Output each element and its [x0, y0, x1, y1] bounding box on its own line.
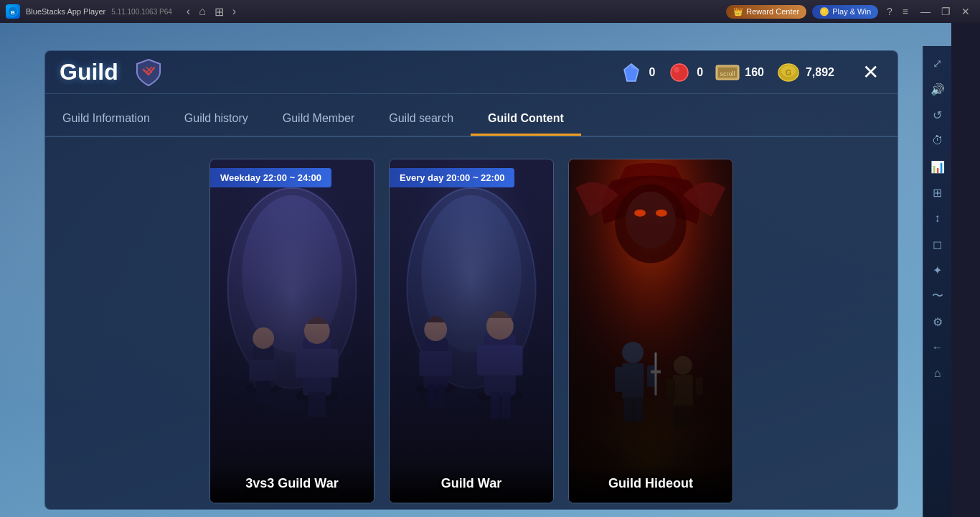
currency-token: scroll 160: [715, 60, 764, 85]
token-icon: scroll: [715, 60, 740, 85]
sidebar-window-icon[interactable]: ◻: [926, 233, 949, 256]
guild-panel-header: Guild ✕: [45, 51, 897, 94]
sidebar-fullscreen-icon[interactable]: ⤢: [926, 52, 949, 75]
home-button[interactable]: ⌂: [196, 5, 209, 19]
window-icons: ? ≡: [884, 4, 911, 19]
tab-guild-information[interactable]: Guild Information: [45, 103, 167, 136]
svg-rect-29: [210, 159, 374, 503]
play-win-label: Play & Win: [832, 7, 871, 16]
tab-guild-search[interactable]: Guild search: [372, 103, 471, 136]
svg-rect-68: [569, 159, 732, 503]
window-controls: — ❐ ✕: [917, 3, 974, 20]
currency-ruby: 0: [666, 60, 703, 85]
card-guildwar-label: Guild War: [390, 465, 553, 503]
back-button[interactable]: ‹: [184, 5, 193, 19]
svg-rect-46: [390, 159, 553, 503]
tab-guild-history[interactable]: Guild history: [167, 103, 265, 136]
minimize-button[interactable]: —: [917, 3, 934, 20]
menu-icon[interactable]: ≡: [900, 4, 911, 19]
svg-text:scroll: scroll: [720, 70, 735, 78]
card-guild-hideout[interactable]: Guild Hideout: [568, 159, 733, 503]
svg-text:G: G: [786, 68, 792, 77]
sidebar-back-icon[interactable]: ←: [926, 336, 949, 359]
guild-content-area: Weekday 22:00 ~ 24:00 3vs3 Guild War: [45, 137, 897, 509]
sidebar-grid-icon[interactable]: ⊞: [926, 181, 949, 204]
svg-point-6: [674, 67, 679, 73]
sidebar-resize-icon[interactable]: ↕: [926, 207, 949, 230]
sidebar-shake-icon[interactable]: 〜: [926, 284, 949, 307]
restore-button[interactable]: ❐: [937, 3, 954, 20]
sidebar-settings-icon[interactable]: ⚙: [926, 310, 949, 333]
reward-center-button[interactable]: 👑 Reward Center: [726, 5, 806, 19]
sidebar-stats-icon[interactable]: 📊: [926, 155, 949, 178]
token-value: 160: [745, 66, 764, 79]
coin-icon: 🪙: [819, 7, 829, 17]
sidebar-timer-icon[interactable]: ⏱: [926, 129, 949, 152]
gold-value: 7,892: [806, 66, 834, 79]
svg-text:B: B: [11, 9, 15, 16]
tab-guild-content[interactable]: Guild Content: [471, 103, 581, 136]
card-3vs3-guild-war[interactable]: Weekday 22:00 ~ 24:00 3vs3 Guild War: [209, 159, 374, 503]
close-window-button[interactable]: ✕: [957, 3, 974, 20]
reward-center-label: Reward Center: [746, 7, 799, 16]
card-3vs3-time-badge: Weekday 22:00 ~ 24:00: [210, 168, 331, 187]
card-hideout-label: Guild Hideout: [569, 465, 732, 503]
play-and-win-button[interactable]: 🪙 Play & Win: [812, 5, 878, 19]
card-hideout-image: [569, 159, 732, 503]
app-name: BlueStacks App Player: [26, 7, 105, 16]
guild-shield-icon: ✕: [133, 57, 164, 88]
card-3vs3-art: [210, 159, 374, 503]
guild-panel: Guild ✕: [44, 50, 898, 510]
title-bar-right: 👑 Reward Center 🪙 Play & Win ? ≡ — ❐ ✕: [726, 3, 974, 20]
currency-gold: G 7,892: [776, 60, 834, 85]
forward-button[interactable]: ›: [230, 5, 239, 19]
card-guild-war[interactable]: Every day 20:00 ~ 22:00 Guild War: [389, 159, 554, 503]
currency-bar: 0 0 scro: [618, 60, 883, 85]
app-version: 5.11.100.1063 P64: [111, 8, 172, 16]
guild-tab-bar: Guild Information Guild history Guild Me…: [45, 94, 897, 137]
card-3vs3-image: [210, 159, 374, 503]
sidebar-home-icon[interactable]: ⌂: [926, 362, 949, 385]
game-area: ⤢ 🔊 ↺ ⏱ 📊 ⊞ ↕ ◻ ✦ 〜 ⚙ ← ⌂ Guild ✕: [0, 23, 951, 517]
svg-text:✕: ✕: [143, 64, 153, 76]
guild-panel-close-button[interactable]: ✕: [857, 60, 883, 85]
tab-button[interactable]: ⊞: [212, 5, 227, 19]
help-icon[interactable]: ?: [884, 4, 895, 19]
svg-point-5: [671, 64, 688, 81]
sidebar-star-icon[interactable]: ✦: [926, 258, 949, 281]
tab-guild-member[interactable]: Guild Member: [265, 103, 372, 136]
card-guildwar-image: [390, 159, 553, 503]
nav-controls: ‹ ⌂ ⊞ ›: [184, 5, 239, 19]
gold-icon: G: [776, 60, 801, 85]
ruby-value: 0: [697, 66, 703, 79]
sidebar-refresh-icon[interactable]: ↺: [926, 103, 949, 126]
sidebar-sound-icon[interactable]: 🔊: [926, 78, 949, 101]
gem-value: 0: [649, 66, 655, 79]
currency-gem: 0: [618, 60, 655, 85]
card-hideout-art: [569, 159, 732, 503]
crown-icon: 👑: [733, 7, 743, 17]
app-logo: B: [6, 4, 20, 19]
card-guildwar-art: [390, 159, 553, 503]
right-sidebar: ⤢ 🔊 ↺ ⏱ 📊 ⊞ ↕ ◻ ✦ 〜 ⚙ ← ⌂: [923, 46, 951, 517]
gem-icon: [618, 60, 644, 85]
title-bar: B BlueStacks App Player 5.11.100.1063 P6…: [0, 0, 980, 23]
card-guildwar-time-badge: Every day 20:00 ~ 22:00: [390, 168, 514, 187]
card-3vs3-label: 3vs3 Guild War: [210, 465, 374, 503]
guild-title: Guild: [60, 59, 118, 85]
ruby-icon: [666, 60, 692, 85]
guild-content-cards: Weekday 22:00 ~ 24:00 3vs3 Guild War: [74, 159, 869, 488]
